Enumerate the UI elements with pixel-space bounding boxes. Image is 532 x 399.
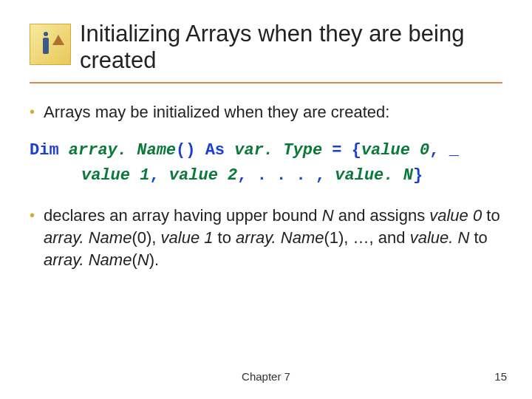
desc-n2: N	[137, 250, 149, 269]
code-comma-4: ,	[316, 166, 335, 185]
desc-v0: value 0	[429, 206, 482, 225]
desc-n1: N	[322, 206, 334, 225]
bullet-intro: • Arrays may be initialized when they ar…	[30, 101, 502, 123]
desc-p6: ).	[149, 250, 159, 269]
code-dots: . . .	[257, 166, 316, 185]
desc-p5: to	[469, 228, 487, 247]
keyword-as: As	[205, 141, 235, 160]
slide-header: Initializing Arrays when they are being …	[0, 0, 532, 79]
arrow-up-icon	[52, 35, 64, 45]
person-icon	[42, 32, 50, 57]
desc-a0b: (0),	[132, 228, 160, 247]
slide-title: Initializing Arrays when they are being …	[80, 21, 502, 73]
code-v2: value 2	[169, 166, 237, 185]
bullet-desc: • declares an array having upper bound N…	[30, 205, 502, 270]
code-line-2: value 1, value 2, . . . , value. N}	[81, 163, 502, 188]
bullet-icon: •	[30, 205, 35, 270]
code-comma-1: ,	[429, 141, 449, 160]
code-close: }	[413, 166, 423, 185]
desc-a0a: array. Name	[44, 228, 132, 247]
code-vn: value. N	[335, 166, 413, 185]
keyword-dim: Dim	[30, 141, 69, 160]
header-icon	[30, 24, 71, 65]
code-comma-3: ,	[237, 166, 256, 185]
desc-ana: array. Name	[44, 250, 132, 269]
desc-anb: (	[132, 250, 137, 269]
desc-p3: to	[482, 206, 499, 225]
code-arrayname: array. Name	[69, 141, 176, 160]
desc-v1: value 1	[161, 228, 214, 247]
code-eq: = {	[322, 141, 361, 160]
desc-p4: to	[214, 228, 236, 247]
desc-text: declares an array having upper bound N a…	[44, 205, 502, 270]
page-number: 15	[494, 370, 507, 383]
slide-content: • Arrays may be initialized when they ar…	[0, 83, 532, 270]
code-continuation: _	[449, 141, 459, 160]
intro-text: Arrays may be initialized when they are …	[44, 101, 389, 123]
code-comma-2: ,	[149, 166, 168, 185]
desc-p1: declares an array having upper bound	[44, 206, 322, 225]
bullet-icon: •	[30, 101, 35, 123]
desc-a1a: array. Name	[236, 228, 324, 247]
code-paren: ()	[176, 141, 205, 160]
code-v0: value 0	[361, 141, 429, 160]
code-v1: value 1	[81, 166, 149, 185]
code-line-1: Dim array. Name() As var. Type = {value …	[30, 138, 502, 163]
code-vartype: var. Type	[234, 141, 322, 160]
code-block: Dim array. Name() As var. Type = {value …	[30, 138, 502, 188]
desc-vn: value. N	[410, 228, 470, 247]
desc-a1b: (1), …, and	[324, 228, 409, 247]
desc-p2: and assigns	[334, 206, 430, 225]
footer-chapter: Chapter 7	[0, 370, 532, 383]
